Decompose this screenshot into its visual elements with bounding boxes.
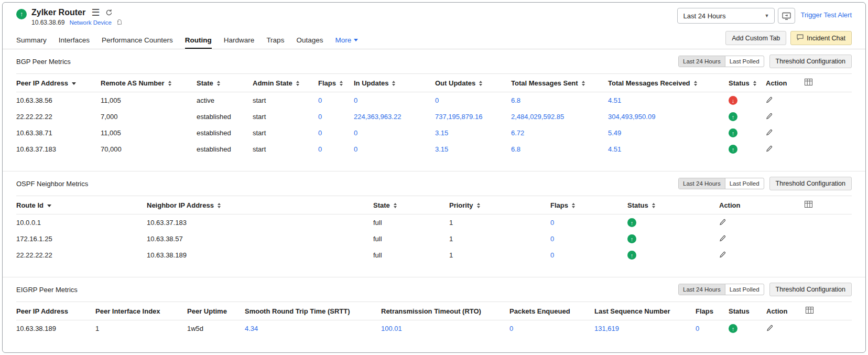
metric-link[interactable]: 737,195,879.16: [435, 113, 482, 121]
metric-link[interactable]: 0: [354, 96, 357, 104]
column-header-out-updates[interactable]: Out Updates: [432, 74, 508, 92]
last-24-hours-chip[interactable]: Last 24 Hours: [679, 284, 725, 295]
metric-link[interactable]: 3.15: [435, 145, 448, 153]
metric-link[interactable]: 0: [550, 219, 554, 227]
add-custom-tab-button[interactable]: Add Custom Tab: [725, 31, 786, 45]
column-header-status[interactable]: Status: [725, 74, 763, 92]
edit-icon[interactable]: [766, 113, 773, 120]
last-polled-chip[interactable]: Last Polled: [725, 284, 764, 295]
tab-routing[interactable]: Routing: [185, 33, 212, 49]
sort-icon[interactable]: [479, 81, 482, 86]
tab-more[interactable]: More: [335, 33, 358, 49]
column-header-peer-ip-address[interactable]: Peer IP Address: [16, 74, 97, 92]
threshold-configuration-button[interactable]: Threshold Configuration: [769, 283, 852, 296]
metric-link[interactable]: 4.51: [608, 145, 621, 153]
time-range-select[interactable]: Last 24 Hours ▼: [677, 8, 775, 24]
metric-link[interactable]: 4.34: [245, 325, 258, 332]
metric-link[interactable]: 6.8: [511, 96, 520, 104]
sort-icon[interactable]: [392, 81, 395, 86]
last-24-hours-chip[interactable]: Last 24 Hours: [679, 56, 725, 67]
sort-icon[interactable]: [168, 81, 171, 86]
sort-icon[interactable]: [652, 203, 655, 208]
sort-icon[interactable]: [694, 81, 697, 86]
sort-icon[interactable]: [217, 81, 220, 86]
metric-link[interactable]: 0: [509, 325, 513, 332]
share-screen-button[interactable]: [778, 8, 795, 24]
metric-link[interactable]: 0: [318, 113, 322, 121]
menu-icon[interactable]: ☰: [91, 8, 100, 17]
metric-link[interactable]: 2,484,029,592.85: [511, 113, 564, 121]
sort-icon[interactable]: [218, 203, 221, 208]
column-header-state[interactable]: State: [370, 196, 446, 214]
edit-icon[interactable]: [766, 145, 773, 152]
metric-link[interactable]: 6.72: [511, 129, 524, 137]
column-chooser-icon[interactable]: [806, 307, 813, 314]
metric-link[interactable]: 6.8: [511, 145, 520, 153]
threshold-configuration-button[interactable]: Threshold Configuration: [769, 55, 852, 68]
metric-link[interactable]: 0: [696, 325, 699, 332]
metric-link[interactable]: 0: [354, 129, 357, 137]
column-chooser-icon[interactable]: [805, 201, 812, 208]
column-header-flaps[interactable]: Flaps: [315, 74, 351, 92]
sort-icon[interactable]: [394, 203, 397, 208]
metric-link[interactable]: 0: [550, 235, 554, 243]
sort-icon[interactable]: [477, 203, 480, 208]
edit-icon[interactable]: [766, 129, 773, 136]
sort-icon[interactable]: [753, 81, 756, 86]
filter-caret-icon[interactable]: [47, 205, 51, 207]
last-polled-chip[interactable]: Last Polled: [725, 178, 764, 189]
column-header-remote-as-number[interactable]: Remote AS Number: [97, 74, 193, 92]
metric-link[interactable]: 224,363,963.22: [354, 113, 401, 121]
sort-icon[interactable]: [582, 81, 585, 86]
sort-icon[interactable]: [572, 203, 575, 208]
tab-hardware[interactable]: Hardware: [224, 33, 255, 49]
column-header-in-updates[interactable]: In Updates: [351, 74, 432, 92]
column-header-admin-state[interactable]: Admin State: [249, 74, 315, 92]
metric-link[interactable]: 5.49: [608, 129, 621, 137]
column-header-priority[interactable]: Priority: [446, 196, 547, 214]
tab-summary[interactable]: Summary: [16, 33, 47, 49]
column-header-total-messages-sent[interactable]: Total Messages Sent: [508, 74, 605, 92]
sort-icon[interactable]: [296, 81, 299, 86]
refresh-icon[interactable]: [105, 9, 113, 16]
tab-performance-counters[interactable]: Performance Counters: [102, 33, 173, 49]
last-polled-chip[interactable]: Last Polled: [725, 56, 764, 67]
filter-caret-icon[interactable]: [72, 82, 76, 85]
tag-icon[interactable]: [116, 19, 123, 26]
metric-link[interactable]: 0: [550, 251, 554, 259]
metric-link[interactable]: 3.15: [435, 129, 448, 137]
trigger-test-alert-link[interactable]: Trigger Test Alert: [800, 11, 852, 19]
cell-text: 11,005: [97, 125, 193, 141]
metric-link[interactable]: 100.01: [381, 325, 402, 332]
metric-link[interactable]: 0: [318, 129, 322, 137]
metric-link[interactable]: 0: [354, 145, 357, 153]
metric-link[interactable]: 131,619: [594, 325, 619, 332]
column-header-state[interactable]: State: [193, 74, 249, 92]
edit-icon[interactable]: [766, 325, 773, 331]
last-24-hours-chip[interactable]: Last 24 Hours: [679, 178, 725, 189]
column-header-status[interactable]: Status: [624, 196, 716, 214]
edit-icon[interactable]: [766, 96, 773, 103]
threshold-configuration-button[interactable]: Threshold Configuration: [769, 177, 852, 190]
column-header-neighbor-ip-address[interactable]: Neighbor IP Address: [144, 196, 370, 214]
column-chooser-icon[interactable]: [805, 79, 812, 85]
column-label: Flaps: [318, 79, 336, 87]
edit-icon[interactable]: [719, 235, 726, 242]
metric-link[interactable]: 0: [318, 96, 322, 104]
column-header-flaps[interactable]: Flaps: [547, 196, 624, 214]
metric-link[interactable]: 0: [318, 145, 322, 153]
tab-interfaces[interactable]: Interfaces: [59, 33, 90, 49]
metric-link[interactable]: 0: [435, 96, 439, 104]
edit-icon[interactable]: [719, 251, 726, 258]
column-header-total-messages-received[interactable]: Total Messages Received: [605, 74, 725, 92]
sort-icon[interactable]: [340, 81, 343, 86]
edit-icon[interactable]: [719, 219, 726, 225]
incident-chat-button[interactable]: Incident Chat: [790, 31, 852, 45]
device-type-link[interactable]: Network Device: [69, 19, 112, 26]
tab-outages[interactable]: Outages: [296, 33, 323, 49]
metric-link[interactable]: 4.51: [608, 96, 621, 104]
column-header-route-id[interactable]: Route Id: [16, 196, 144, 214]
chevron-down-icon: [354, 39, 358, 41]
metric-link[interactable]: 304,493,950.09: [608, 113, 655, 121]
tab-traps[interactable]: Traps: [266, 33, 284, 49]
